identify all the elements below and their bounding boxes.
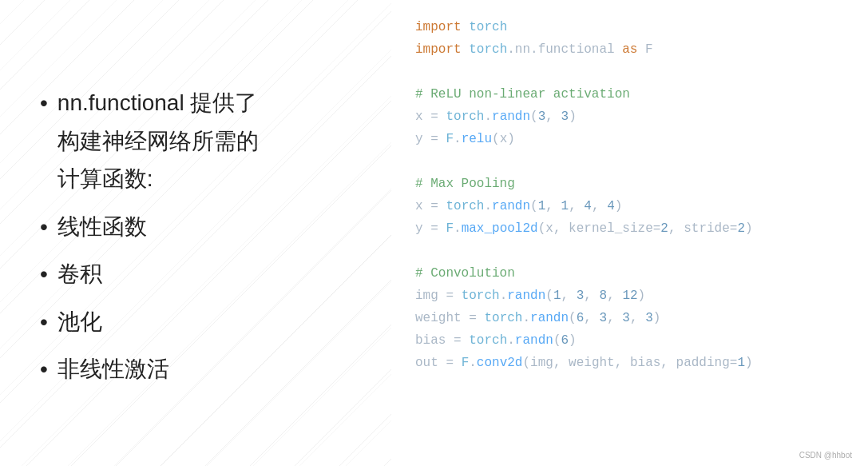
list-item-conv: • 卷积 bbox=[40, 255, 259, 293]
code-line-blank3 bbox=[415, 240, 852, 262]
code-line-comment1: # ReLU non-linear activation bbox=[415, 83, 852, 106]
list-item-linear: • 线性函数 bbox=[40, 208, 259, 246]
bullet-list: • nn.functional 提供了 构建神经网络所需的 计算函数: • 线性… bbox=[40, 84, 259, 398]
code-line-comment3: # Convolution bbox=[415, 262, 852, 285]
left-panel: • nn.functional 提供了 构建神经网络所需的 计算函数: • 线性… bbox=[0, 0, 391, 466]
code-line-conv3: bias = torch.randn(6) bbox=[415, 329, 852, 352]
code-line-import1: import torch bbox=[415, 16, 852, 38]
item-label-conv: 卷积 bbox=[57, 255, 102, 293]
code-line-conv1: img = torch.randn(1, 3, 8, 12) bbox=[415, 285, 852, 307]
item-label-pool: 池化 bbox=[57, 303, 102, 341]
bullet-icon-5: • bbox=[40, 350, 48, 388]
main-item-line2: 构建神经网络所需的 bbox=[57, 122, 259, 161]
item-label-activation: 非线性激活 bbox=[57, 350, 169, 388]
code-line-pool1: x = torch.randn(1, 1, 4, 4) bbox=[415, 195, 852, 217]
list-item-activation: • 非线性激活 bbox=[40, 350, 259, 388]
right-panel: import torch import torch.nn.functional … bbox=[391, 0, 868, 466]
code-line-conv4: out = F.conv2d(img, weight, bias, paddin… bbox=[415, 352, 852, 374]
main-container: • nn.functional 提供了 构建神经网络所需的 计算函数: • 线性… bbox=[0, 0, 868, 466]
item-label-linear: 线性函数 bbox=[57, 208, 147, 246]
code-line-relu1: x = torch.randn(3, 3) bbox=[415, 106, 852, 128]
list-item-main: • nn.functional 提供了 构建神经网络所需的 计算函数: bbox=[40, 84, 259, 198]
bullet-icon-3: • bbox=[40, 255, 48, 293]
code-line-relu2: y = F.relu(x) bbox=[415, 128, 852, 150]
bullet-icon-4: • bbox=[40, 303, 48, 341]
bullet-icon: • bbox=[40, 84, 48, 122]
code-line-blank2 bbox=[415, 150, 852, 173]
bullet-icon-2: • bbox=[40, 208, 48, 246]
code-line-import2: import torch.nn.functional as F bbox=[415, 38, 852, 61]
code-line-conv2: weight = torch.randn(6, 3, 3, 3) bbox=[415, 307, 852, 329]
list-item-pool: • 池化 bbox=[40, 303, 259, 341]
code-line-comment2: # Max Pooling bbox=[415, 173, 852, 195]
code-line-pool2: y = F.max_pool2d(x, kernel_size=2, strid… bbox=[415, 217, 852, 240]
watermark-text: CSDN @hhbot bbox=[799, 451, 852, 460]
code-line-blank1 bbox=[415, 61, 852, 83]
main-item-line3: 计算函数: bbox=[57, 160, 259, 198]
main-item-line1: nn.functional 提供了 bbox=[57, 84, 259, 122]
